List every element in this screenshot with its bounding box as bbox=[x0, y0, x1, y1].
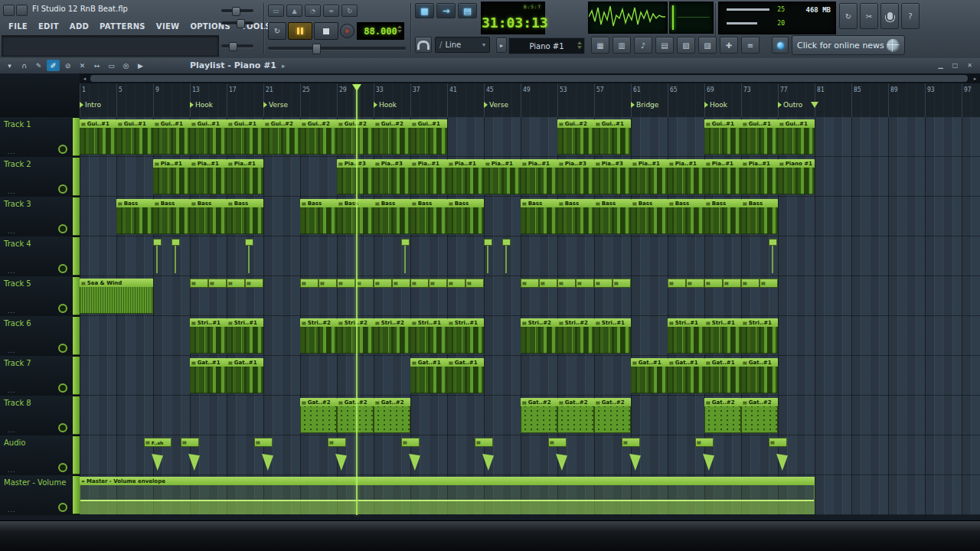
track-knob[interactable] bbox=[58, 423, 67, 432]
horizontal-scrollbar[interactable]: ◂ ▸ bbox=[80, 73, 980, 83]
scroll-right-icon[interactable]: ▸ bbox=[970, 73, 980, 83]
track-color-strip[interactable] bbox=[73, 476, 80, 514]
one-shot-clip[interactable] bbox=[153, 239, 162, 246]
track-name-row[interactable]: Track 5... bbox=[0, 276, 73, 317]
pattern-clip[interactable]: ▤Gat..#2 bbox=[557, 398, 594, 433]
mini-clip[interactable]: ▤ bbox=[576, 279, 594, 288]
timeline-marker[interactable]: Verse bbox=[484, 101, 508, 109]
pattern-clip[interactable]: ▤Bass bbox=[337, 199, 374, 234]
track-color-strip[interactable] bbox=[73, 118, 80, 156]
mic-icon[interactable] bbox=[880, 3, 899, 29]
mini-clip[interactable]: ▤ bbox=[723, 279, 741, 288]
one-shot-clip[interactable] bbox=[484, 239, 492, 246]
pattern-clip[interactable]: ▤Bass bbox=[116, 199, 153, 234]
mini-clip[interactable]: ▤ bbox=[245, 279, 263, 288]
maximize-icon[interactable]: □ bbox=[949, 60, 961, 70]
track-color-strip[interactable] bbox=[73, 396, 80, 435]
mini-clip[interactable]: ▤ bbox=[254, 438, 273, 447]
mini-clip[interactable]: ▤ bbox=[741, 279, 760, 288]
automation-clip[interactable]: ≈Master - Volume envelope bbox=[80, 477, 815, 514]
mini-clip[interactable]: ▤ bbox=[475, 438, 493, 447]
pattern-clip[interactable]: ▤Gat..#2 bbox=[741, 398, 778, 433]
pattern-clip[interactable]: ▤Gui..#1 bbox=[227, 119, 263, 155]
menu-item-edit[interactable]: EDIT bbox=[33, 21, 64, 32]
timeline[interactable]: 1591317212529333741454953576165697377818… bbox=[80, 83, 980, 118]
pattern-clip[interactable]: ▤Gat..#1 bbox=[410, 358, 447, 393]
track-color-strip[interactable] bbox=[73, 197, 80, 236]
pattern-clip[interactable]: ▤Gat..#2 bbox=[337, 398, 374, 433]
app-icon[interactable] bbox=[3, 5, 15, 16]
mini-clip[interactable]: ▤ bbox=[208, 279, 227, 288]
minimize-icon[interactable]: ▁ bbox=[935, 60, 946, 70]
playlist-window-icon[interactable]: ▦ bbox=[591, 37, 609, 54]
mini-clip[interactable]: ▤ bbox=[539, 279, 557, 288]
pattern-clip[interactable]: ▤Gat..#2 bbox=[521, 398, 557, 433]
pattern-clip[interactable]: ▤Pia..#1 bbox=[741, 159, 778, 194]
one-shot-clip[interactable] bbox=[245, 239, 253, 246]
pattern-clip[interactable]: ▤Piano #1 bbox=[778, 159, 815, 194]
snip-icon[interactable]: ✂ bbox=[860, 3, 878, 29]
pattern-clip[interactable]: ▤Gui..#1 bbox=[778, 119, 815, 155]
pattern-clip[interactable]: ▤Stri..#2 bbox=[337, 318, 374, 354]
mini-clip[interactable]: ▤ bbox=[557, 279, 576, 288]
mini-clip[interactable]: ▤ bbox=[447, 279, 466, 288]
typing-to-piano-button[interactable]: ▤ bbox=[458, 3, 477, 18]
track-knob[interactable] bbox=[58, 145, 67, 154]
pattern-clip[interactable]: ▤Bass bbox=[153, 199, 190, 234]
timeline-marker[interactable]: Hook bbox=[704, 101, 727, 109]
track-name-row[interactable]: Track 3... bbox=[0, 197, 73, 237]
pattern-clip[interactable]: ▤Gui..#1 bbox=[741, 119, 778, 155]
pattern-clip[interactable]: ▤Bass bbox=[631, 199, 668, 234]
zoom-icon[interactable]: ◎ bbox=[119, 60, 132, 71]
sample-marker[interactable] bbox=[482, 454, 494, 471]
pattern-clip[interactable]: ▤Pia..#1 bbox=[410, 159, 447, 194]
pattern-clip[interactable]: ▤Bass bbox=[227, 199, 263, 234]
scroll-left-icon[interactable]: ◂ bbox=[80, 73, 90, 83]
pattern-clip[interactable]: ▤Bass bbox=[594, 199, 631, 234]
pattern-clip[interactable]: ▤Stri..#1 bbox=[668, 318, 704, 354]
mini-clip[interactable]: ▤ bbox=[227, 279, 245, 288]
track-color-strip[interactable] bbox=[73, 317, 80, 355]
pattern-clip[interactable]: ▤Stri..#2 bbox=[374, 318, 410, 354]
pattern-clip[interactable]: ▤Gui..#1 bbox=[190, 119, 227, 155]
stop-button[interactable] bbox=[314, 22, 338, 40]
mixer-window-icon[interactable]: ▧ bbox=[677, 37, 695, 54]
tempo-spinner[interactable] bbox=[397, 25, 402, 33]
sample-marker[interactable] bbox=[409, 454, 420, 471]
sample-marker[interactable] bbox=[188, 454, 200, 471]
pattern-clip[interactable]: ▤Pia..#1 bbox=[668, 159, 704, 194]
mini-clip[interactable]: ▤ bbox=[704, 279, 723, 288]
pattern-clip[interactable]: ▤Pia..#1 bbox=[447, 159, 484, 194]
pattern-clip[interactable]: ▤Gui..#1 bbox=[410, 119, 447, 155]
pattern-clip[interactable]: ▤Gat..#2 bbox=[594, 398, 631, 433]
mini-clip[interactable]: ▤ bbox=[548, 438, 567, 447]
wait-input-icon[interactable]: ◔ bbox=[305, 5, 321, 17]
mini-clip[interactable]: ▤ bbox=[300, 279, 318, 288]
piano-roll-icon[interactable]: ♪ bbox=[634, 37, 652, 54]
loop-record-icon[interactable]: ↻ bbox=[341, 5, 358, 17]
pattern-clip[interactable]: ▤Gat..#1 bbox=[631, 358, 668, 393]
pattern-clip[interactable]: ▤Pia..#3 bbox=[557, 159, 594, 194]
timeline-marker[interactable]: Outro bbox=[778, 101, 802, 109]
timeline-marker[interactable]: Intro bbox=[80, 101, 101, 109]
pattern-clip[interactable]: ▤Bass bbox=[190, 199, 227, 234]
pattern-clip[interactable]: ▤Pia..#1 bbox=[227, 159, 263, 194]
pattern-clip[interactable]: ▤Stri..#2 bbox=[557, 318, 594, 354]
tempo-display[interactable]: 88.000 bbox=[357, 22, 404, 40]
plugin-icon[interactable]: ✚ bbox=[720, 37, 738, 54]
close-icon[interactable]: ✕ bbox=[964, 60, 975, 70]
mini-clip[interactable]: ▤ bbox=[181, 438, 199, 447]
hint-volume-slider[interactable] bbox=[221, 44, 253, 47]
sample-marker[interactable] bbox=[776, 454, 788, 471]
news-indicator-button[interactable] bbox=[772, 37, 789, 54]
pattern-clip[interactable]: ▤Bass bbox=[557, 199, 594, 234]
record-button[interactable] bbox=[340, 24, 354, 38]
browser-window-icon[interactable]: ▤ bbox=[655, 37, 674, 54]
pattern-clip[interactable]: ▤Stri..#1 bbox=[227, 318, 263, 354]
timeline-marker[interactable]: Hook bbox=[374, 101, 397, 109]
pattern-clip[interactable]: ▤Gat..#2 bbox=[374, 398, 410, 433]
mini-clip[interactable]: ▤ bbox=[686, 279, 704, 288]
menu-item-add[interactable]: ADD bbox=[64, 21, 94, 32]
track-knob[interactable] bbox=[58, 463, 67, 472]
sample-marker[interactable] bbox=[556, 454, 567, 471]
